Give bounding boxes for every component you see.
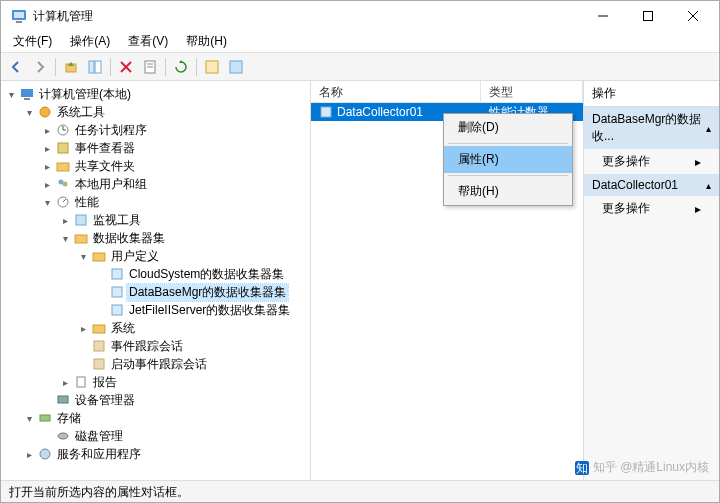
tree-event-viewer[interactable]: ▸事件查看器 — [41, 139, 308, 157]
menu-help[interactable]: 帮助(H) — [178, 31, 235, 52]
expand-icon[interactable]: ▸ — [41, 160, 53, 172]
action-more[interactable]: 更多操作▸ — [584, 149, 719, 174]
tree-jetfile[interactable]: JetFileIIServer的数据收集器集 — [95, 301, 308, 319]
list-header: 名称 类型 — [311, 81, 583, 103]
trace-icon — [91, 356, 107, 372]
tree-system[interactable]: ▸系统 — [77, 319, 308, 337]
expand-icon[interactable]: ▸ — [77, 322, 89, 334]
forward-button[interactable] — [29, 56, 51, 78]
toolbar-separator — [55, 58, 56, 76]
tree-event-trace[interactable]: 事件跟踪会话 — [77, 337, 308, 355]
context-delete[interactable]: 删除(D) — [444, 114, 572, 141]
window-title: 计算机管理 — [33, 8, 580, 25]
menu-separator — [448, 175, 568, 176]
actions-group-databasemgr[interactable]: DataBaseMgr的数据收...▴ — [584, 107, 719, 149]
collector-icon — [109, 266, 125, 282]
actions-group-datacollector[interactable]: DataCollector01▴ — [584, 174, 719, 196]
status-text: 打开当前所选内容的属性对话框。 — [9, 485, 189, 499]
expand-icon[interactable]: ▸ — [23, 448, 35, 460]
tree-disk-management[interactable]: 磁盘管理 — [41, 427, 308, 445]
tree-user-defined[interactable]: ▾用户定义 CloudSystem的数据收集器集 DataBaseMgr的数据收… — [77, 247, 308, 319]
expand-icon[interactable]: ▾ — [59, 232, 71, 244]
svg-rect-31 — [112, 305, 122, 315]
expand-icon[interactable]: ▸ — [41, 178, 53, 190]
expand-icon[interactable]: ▸ — [59, 376, 71, 388]
window-controls — [580, 1, 715, 31]
actions-title: 操作 — [584, 81, 719, 107]
refresh-button[interactable] — [170, 56, 192, 78]
expand-icon[interactable]: ▸ — [41, 142, 53, 154]
column-name[interactable]: 名称 — [311, 81, 481, 102]
expand-icon[interactable]: ▸ — [41, 124, 53, 136]
svg-rect-4 — [643, 12, 652, 21]
tree-cloudsystem[interactable]: CloudSystem的数据收集器集 — [95, 265, 308, 283]
view-list-button[interactable] — [201, 56, 223, 78]
tree-root[interactable]: ▾计算机管理(本地) ▾系统工具 ▸任务计划程序 ▸事件查看器 ▸共享文件夹 ▸… — [5, 85, 308, 463]
tree-shared-folders[interactable]: ▸共享文件夹 — [41, 157, 308, 175]
svg-rect-30 — [112, 287, 122, 297]
svg-rect-1 — [14, 12, 24, 18]
storage-icon — [37, 410, 53, 426]
menu-file[interactable]: 文件(F) — [5, 31, 60, 52]
expand-icon[interactable]: ▾ — [41, 196, 53, 208]
folder-icon — [73, 230, 89, 246]
svg-rect-2 — [16, 21, 22, 23]
tree-pane[interactable]: ▾计算机管理(本地) ▾系统工具 ▸任务计划程序 ▸事件查看器 ▸共享文件夹 ▸… — [1, 81, 311, 480]
tree-reports[interactable]: ▸报告 — [59, 373, 308, 391]
menu-separator — [448, 143, 568, 144]
close-button[interactable] — [670, 1, 715, 31]
column-type[interactable]: 类型 — [481, 81, 583, 102]
up-button[interactable] — [60, 56, 82, 78]
show-hide-tree-button[interactable] — [84, 56, 106, 78]
tree-storage[interactable]: ▾存储 磁盘管理 — [23, 409, 308, 445]
users-icon — [55, 176, 71, 192]
back-button[interactable] — [5, 56, 27, 78]
tree-data-collector-sets[interactable]: ▾数据收集器集 ▾用户定义 CloudSystem的数据收集器集 DataBas… — [59, 229, 308, 373]
svg-rect-40 — [321, 107, 331, 117]
action-more[interactable]: 更多操作▸ — [584, 196, 719, 221]
properties-button[interactable] — [139, 56, 161, 78]
collector-icon — [109, 284, 125, 300]
title-bar: 计算机管理 — [1, 1, 719, 31]
tree-task-scheduler[interactable]: ▸任务计划程序 — [41, 121, 308, 139]
svg-rect-27 — [75, 235, 87, 243]
svg-rect-26 — [76, 215, 86, 225]
svg-rect-9 — [95, 61, 101, 73]
toolbar-separator — [165, 58, 166, 76]
svg-rect-21 — [58, 143, 68, 153]
menu-view[interactable]: 查看(V) — [120, 31, 176, 52]
maximize-button[interactable] — [625, 1, 670, 31]
cell-name: DataCollector01 — [337, 105, 423, 119]
disk-icon — [55, 428, 71, 444]
tree-monitor[interactable]: ▸监视工具 — [59, 211, 308, 229]
expand-icon[interactable]: ▾ — [23, 106, 35, 118]
tree-performance[interactable]: ▾性能 ▸监视工具 ▾数据收集器集 ▾用户定义 — [41, 193, 308, 391]
context-help[interactable]: 帮助(H) — [444, 178, 572, 205]
svg-point-24 — [63, 182, 68, 187]
tree-databasemgr[interactable]: DataBaseMgr的数据收集器集 — [95, 283, 308, 301]
expand-icon[interactable]: ▾ — [23, 412, 35, 424]
tree-local-users[interactable]: ▸本地用户和组 — [41, 175, 308, 193]
expand-icon[interactable]: ▸ — [59, 214, 71, 226]
svg-point-19 — [40, 107, 50, 117]
delete-button[interactable] — [115, 56, 137, 78]
tree-startup-event-trace[interactable]: 启动事件跟踪会话 — [77, 355, 308, 373]
folder-icon — [91, 320, 107, 336]
svg-rect-28 — [93, 253, 105, 261]
tree-services[interactable]: ▸服务和应用程序 — [23, 445, 308, 463]
clock-icon — [55, 122, 71, 138]
minimize-button[interactable] — [580, 1, 625, 31]
menu-action[interactable]: 操作(A) — [62, 31, 118, 52]
services-icon — [37, 446, 53, 462]
context-properties[interactable]: 属性(R) — [444, 146, 572, 173]
menu-bar: 文件(F) 操作(A) 查看(V) 帮助(H) — [1, 31, 719, 53]
folder-icon — [91, 248, 107, 264]
tree-device-manager[interactable]: 设备管理器 — [41, 391, 308, 409]
app-icon — [11, 8, 27, 24]
svg-rect-22 — [57, 163, 69, 171]
view-detail-button[interactable] — [225, 56, 247, 78]
actions-pane: 操作 DataBaseMgr的数据收...▴ 更多操作▸ DataCollect… — [584, 81, 719, 480]
svg-rect-16 — [230, 61, 242, 73]
tree-system-tools[interactable]: ▾系统工具 ▸任务计划程序 ▸事件查看器 ▸共享文件夹 ▸本地用户和组 ▾性能 … — [23, 103, 308, 409]
expand-icon[interactable]: ▾ — [77, 250, 89, 262]
